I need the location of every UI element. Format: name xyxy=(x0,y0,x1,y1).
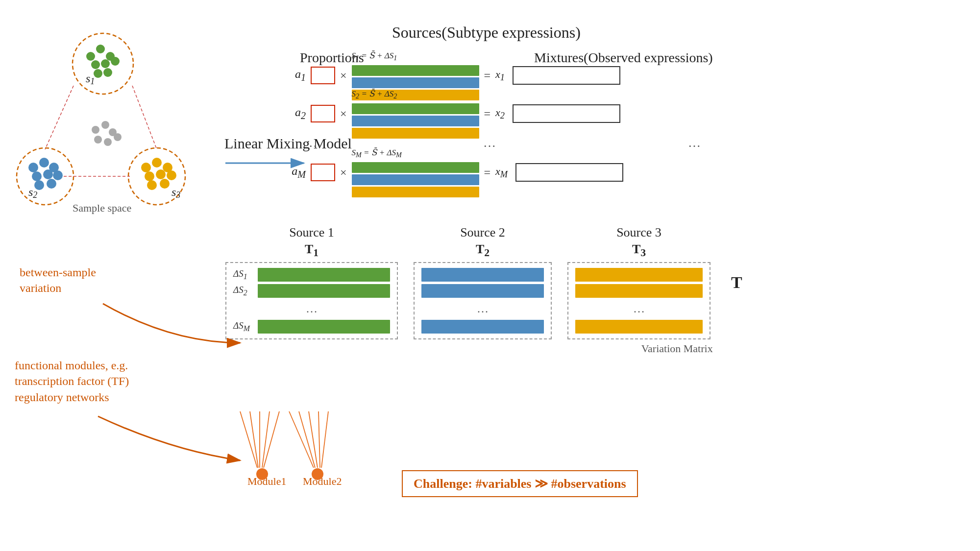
svg-text:s3: s3 xyxy=(172,186,180,200)
bar-green-1 xyxy=(352,65,479,76)
dots-mid-1: … xyxy=(309,136,321,150)
source3-title: Source 3 xyxy=(616,225,662,240)
bar-blue-m xyxy=(352,174,479,185)
variation-section: Source 1 T1 ΔS1 ΔS2 … ΔSM Source xyxy=(225,225,742,355)
dsm-bar-3 xyxy=(575,320,703,334)
svg-point-35 xyxy=(109,128,117,136)
svg-line-48 xyxy=(262,411,270,468)
svg-point-34 xyxy=(101,121,109,129)
svg-line-53 xyxy=(318,411,320,468)
variation-matrix-label: Variation Matrix xyxy=(225,342,713,355)
svg-point-15 xyxy=(28,163,38,172)
svg-point-12 xyxy=(94,69,102,78)
dots-mid-2: … xyxy=(483,136,496,150)
model-row-1: a1 × S1 = S̄ + ΔS1 = x1 xyxy=(284,59,701,92)
svg-point-17 xyxy=(49,163,59,172)
x1-label: x1 xyxy=(495,68,505,83)
a2-box xyxy=(311,105,335,122)
dsm-bar xyxy=(258,320,390,334)
ds1-bar-3 xyxy=(575,268,703,282)
svg-line-54 xyxy=(321,411,328,468)
s1-var-row-3 xyxy=(575,268,703,282)
source2-block: Source 2 T2 … xyxy=(414,225,552,339)
am-label: aM xyxy=(284,165,306,180)
bar-green-2 xyxy=(352,103,479,114)
x2-label: x2 xyxy=(495,106,505,121)
svg-line-49 xyxy=(264,411,279,468)
module2-label: Module2 xyxy=(303,475,342,488)
module1-label: Module1 xyxy=(247,475,286,488)
ds1-label: ΔS1 xyxy=(233,268,254,281)
s2-var-row: ΔS2 xyxy=(233,284,390,298)
svg-point-26 xyxy=(163,163,172,172)
am-box xyxy=(311,164,335,181)
ds2-bar-3 xyxy=(575,284,703,298)
T3-label: T3 xyxy=(632,242,646,259)
svg-point-24 xyxy=(141,163,151,172)
a1-box xyxy=(311,67,335,84)
s2-eq: S2 = S̄ + ΔS2 xyxy=(352,89,479,100)
sm-var-row-2 xyxy=(421,320,544,334)
s1-var-row-2 xyxy=(421,268,544,282)
source3-dots: … xyxy=(575,300,703,317)
svg-point-27 xyxy=(145,171,154,181)
svg-point-38 xyxy=(114,133,122,141)
T3-inner: … xyxy=(567,262,710,339)
svg-line-3 xyxy=(45,86,74,149)
equals-m: = xyxy=(484,166,491,179)
T-far-label: T xyxy=(731,273,742,292)
s1-var-row: ΔS1 xyxy=(233,268,390,282)
svg-point-30 xyxy=(147,180,157,190)
svg-point-6 xyxy=(86,52,95,61)
mixture-box-2 xyxy=(513,104,620,123)
svg-point-29 xyxy=(167,170,176,180)
mixture-box-m xyxy=(515,163,623,182)
svg-point-25 xyxy=(152,158,162,168)
challenge-box: Challenge: #variables ≫ #observations xyxy=(402,470,638,497)
svg-line-50 xyxy=(289,411,314,468)
T2-label: T2 xyxy=(476,242,490,259)
model-row-m: aM × SM = S̄ + ΔSM = xM xyxy=(284,156,701,189)
xm-label: xM xyxy=(495,165,508,180)
source-bars-m: SM = S̄ + ΔSM xyxy=(352,147,479,197)
T1-inner: ΔS1 ΔS2 … ΔSM xyxy=(225,262,398,339)
svg-point-13 xyxy=(103,68,112,77)
dots-mid-3: … xyxy=(688,136,701,150)
svg-point-28 xyxy=(156,169,166,179)
svg-point-9 xyxy=(91,60,100,69)
times-m: × xyxy=(340,166,347,179)
svg-point-7 xyxy=(96,45,105,53)
equals-1: = xyxy=(484,69,491,82)
svg-point-33 xyxy=(92,126,99,134)
source2-title: Source 2 xyxy=(460,225,505,240)
ds2-bar-2 xyxy=(421,284,544,298)
a1-label: a1 xyxy=(284,68,306,83)
times-1: × xyxy=(340,69,347,82)
bar-yellow-m xyxy=(352,187,479,197)
sm-eq: SM = S̄ + ΔSM xyxy=(352,147,479,159)
ds2-bar xyxy=(258,284,390,298)
svg-point-20 xyxy=(53,170,63,180)
bar-blue-2 xyxy=(352,116,479,126)
sm-var-row-3 xyxy=(575,320,703,334)
svg-point-19 xyxy=(43,169,53,179)
source2-dots: … xyxy=(421,300,544,317)
functional-modules-label: functional modules, e.g.transcription fa… xyxy=(15,358,142,405)
sources-label: Sources(Subtype expressions) xyxy=(392,24,581,42)
svg-point-36 xyxy=(94,136,102,144)
model-rows: a1 × S1 = S̄ + ΔS1 = x1 a2 × S2 = S̄ + Δ… xyxy=(284,59,701,189)
ds1-bar-2 xyxy=(421,268,544,282)
dsm-bar-2 xyxy=(421,320,544,334)
svg-point-22 xyxy=(47,179,56,189)
bar-green-m xyxy=(352,162,479,173)
svg-point-2 xyxy=(128,148,185,205)
dsm-label: ΔSM xyxy=(233,320,254,333)
svg-point-18 xyxy=(32,171,42,181)
svg-point-11 xyxy=(111,57,120,66)
svg-line-4 xyxy=(132,86,157,149)
T2-inner: … xyxy=(414,262,552,339)
svg-line-46 xyxy=(250,411,258,468)
between-sample-label: between-samplevariation xyxy=(20,264,132,296)
s1-eq: S1 = S̄ + ΔS1 xyxy=(352,50,479,62)
source3-block: Source 3 T3 … xyxy=(567,225,710,339)
